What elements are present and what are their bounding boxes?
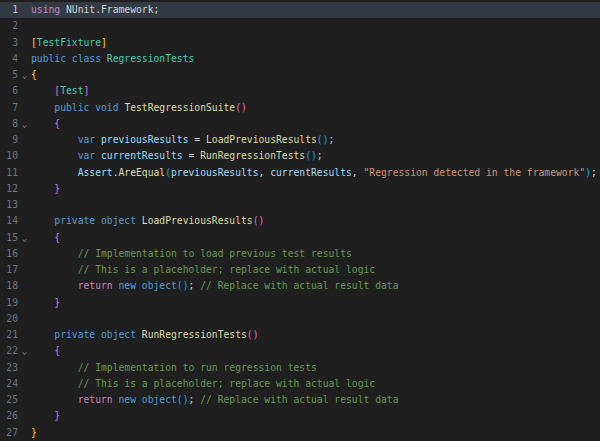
code-line[interactable]: 1using NUnit.Framework; [0,2,600,18]
line-number[interactable]: 27 [0,425,18,441]
line-number[interactable]: 23 [0,360,18,376]
code-line[interactable]: 12 } [0,181,600,197]
code-line[interactable]: 25 return new object(); // Replace with … [0,392,600,408]
line-number[interactable]: 3 [0,35,18,51]
code-line[interactable]: 4public class RegressionTests [0,51,600,67]
line-number[interactable]: 24 [0,376,18,392]
code-text: // Implementation to run regression test… [31,360,317,376]
code-text: return new object(); // Replace with act… [31,278,399,294]
code-line[interactable]: 22⌄ { [0,343,600,359]
code-line[interactable]: 7 public void TestRegressionSuite() [0,100,600,116]
code-line[interactable]: 10 var currentResults = RunRegressionTes… [0,148,600,164]
line-number[interactable]: 22 [0,343,18,359]
code-text: { [31,230,60,246]
code-text: [Test] [31,83,89,99]
code-text: public class RegressionTests [31,51,194,67]
code-line[interactable]: 5⌄{ [0,67,600,83]
code-text: } [31,295,60,311]
fold-chevron-icon[interactable]: ⌄ [18,116,31,132]
line-number[interactable]: 14 [0,213,18,229]
code-line[interactable]: 23 // Implementation to run regression t… [0,360,600,376]
code-line[interactable]: 27} [0,425,600,441]
code-line[interactable]: 14 private object LoadPreviousResults() [0,213,600,229]
line-number[interactable]: 7 [0,100,18,116]
code-text: private object LoadPreviousResults() [31,213,264,229]
line-number[interactable]: 10 [0,148,18,164]
code-text: [TestFixture] [31,35,107,51]
code-text: using NUnit.Framework; [31,2,159,18]
code-line[interactable]: 9 var previousResults = LoadPreviousResu… [0,132,600,148]
line-number[interactable]: 19 [0,295,18,311]
code-text: { [31,343,60,359]
code-line[interactable]: 13 [0,197,600,213]
line-number[interactable]: 17 [0,262,18,278]
line-number[interactable]: 4 [0,51,18,67]
code-text: public void TestRegressionSuite() [31,100,247,116]
code-line[interactable]: 8⌄ { [0,116,600,132]
code-text: { [31,67,37,83]
code-line[interactable]: 18 return new object(); // Replace with … [0,278,600,294]
code-line[interactable]: 26 } [0,408,600,424]
code-line[interactable]: 20 [0,311,600,327]
code-text: private object RunRegressionTests() [31,327,259,343]
line-number[interactable]: 6 [0,83,18,99]
line-number[interactable]: 18 [0,278,18,294]
line-number[interactable]: 12 [0,181,18,197]
code-text: // Implementation to load previous test … [31,246,352,262]
code-text: } [31,425,37,441]
code-text: Assert.AreEqual(previousResults, current… [31,165,597,181]
fold-chevron-icon[interactable]: ⌄ [18,343,31,359]
line-number[interactable]: 20 [0,311,18,327]
line-number[interactable]: 16 [0,246,18,262]
code-text: { [31,116,60,132]
code-line[interactable]: 6 [Test] [0,83,600,99]
code-text: var currentResults = RunRegressionTests(… [31,148,323,164]
line-number[interactable]: 15 [0,230,18,246]
line-number[interactable]: 8 [0,116,18,132]
line-number[interactable]: 9 [0,132,18,148]
code-line[interactable]: 15⌄ { [0,230,600,246]
code-line[interactable]: 17 // This is a placeholder; replace wit… [0,262,600,278]
code-line[interactable]: 3[TestFixture] [0,35,600,51]
code-line[interactable]: 11 Assert.AreEqual(previousResults, curr… [0,165,600,181]
code-line[interactable]: 21 private object RunRegressionTests() [0,327,600,343]
fold-chevron-icon[interactable]: ⌄ [18,230,31,246]
line-number[interactable]: 1 [0,2,18,18]
line-number[interactable]: 21 [0,327,18,343]
line-number[interactable]: 5 [0,67,18,83]
code-line[interactable]: 19 } [0,295,600,311]
code-text: // This is a placeholder; replace with a… [31,376,375,392]
line-number[interactable]: 13 [0,197,18,213]
code-text: } [31,408,60,424]
line-number[interactable]: 26 [0,408,18,424]
line-number[interactable]: 2 [0,18,18,34]
line-number[interactable]: 25 [0,392,18,408]
code-line[interactable]: 24 // This is a placeholder; replace wit… [0,376,600,392]
line-number[interactable]: 11 [0,165,18,181]
code-text: var previousResults = LoadPreviousResult… [31,132,334,148]
code-editor[interactable]: 1using NUnit.Framework;23[TestFixture]4p… [0,0,600,441]
fold-chevron-icon[interactable]: ⌄ [18,67,31,83]
code-text: return new object(); // Replace with act… [31,392,399,408]
code-text: // This is a placeholder; replace with a… [31,262,375,278]
code-line[interactable]: 16 // Implementation to load previous te… [0,246,600,262]
code-line[interactable]: 2 [0,18,600,34]
code-text: } [31,181,60,197]
